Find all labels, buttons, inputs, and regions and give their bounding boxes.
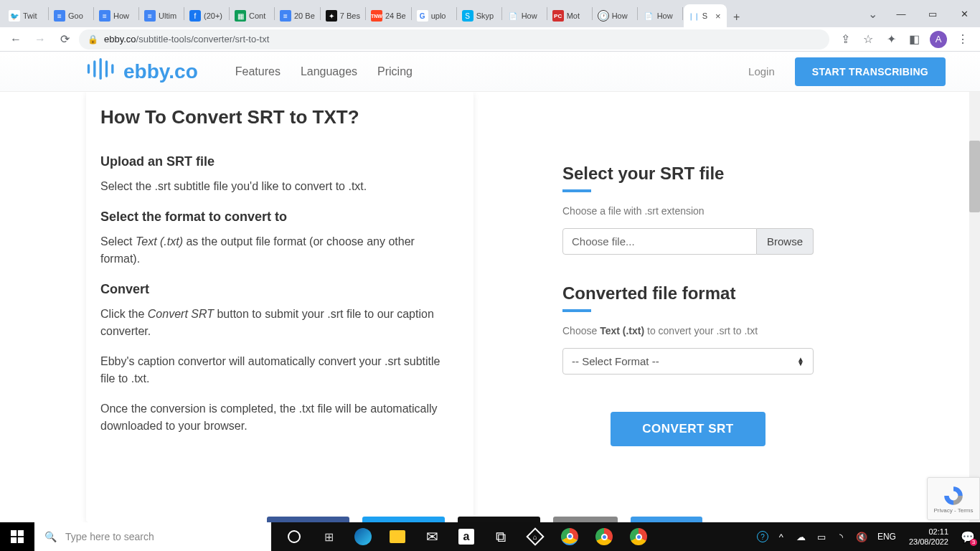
nav-pricing[interactable]: Pricing [377, 65, 413, 78]
browser-tab[interactable]: 📄How [503, 4, 546, 27]
url-input[interactable]: 🔒 ebby.co/subtitle-tools/converter/srt-t… [79, 29, 829, 50]
url-domain: ebby.co [104, 34, 136, 44]
browser-tab[interactable]: ✦7 Bes [321, 4, 364, 27]
twitter-icon: 🐦 [9, 10, 20, 22]
tray-notifications-icon[interactable]: 💬 [958, 522, 977, 551]
reload-button[interactable]: ⟳ [55, 29, 75, 50]
browser-tab[interactable]: ≡20 Be [275, 4, 319, 27]
browser-tab[interactable]: TNW24 Be [367, 4, 410, 27]
gdocs-icon: ≡ [144, 10, 156, 22]
start-transcribing-button[interactable]: START TRANSCRIBING [795, 57, 946, 86]
task-chrome-1[interactable] [552, 522, 587, 551]
format-select[interactable]: -- Select Format -- ▲▼ [562, 348, 814, 375]
tab-dropdown-icon[interactable]: ⌄ [859, 7, 885, 21]
browser-tab[interactable]: ≡Ultim [140, 4, 183, 27]
tray-volume-icon[interactable]: 🔇 [854, 529, 869, 544]
select-file-subtext: Choose a file with .srt extension [562, 205, 814, 217]
taskbar-search[interactable]: 🔍 Type here to search [34, 522, 271, 551]
converter-panel: Select your SRT file Choose a file with … [562, 92, 814, 522]
svg-rect-8 [18, 537, 24, 543]
sidepanel-icon[interactable]: ◧ [907, 32, 921, 47]
task-chrome-2[interactable] [587, 522, 621, 551]
tray-clock[interactable]: 02:11 23/08/2022 [905, 527, 953, 547]
browser-tab[interactable]: ▦Cont [230, 4, 273, 27]
share-email[interactable] [553, 517, 618, 522]
pcmag-icon: PC [552, 10, 564, 22]
gsheets-icon: ▦ [235, 10, 246, 22]
browser-tab[interactable]: SSkyp [458, 4, 501, 27]
browser-tab[interactable]: f(20+) [185, 4, 228, 27]
tray-language[interactable]: ENG [875, 532, 899, 542]
task-amazon[interactable]: a [449, 522, 484, 551]
browser-tab[interactable]: 📄How [639, 4, 682, 27]
clock-icon: 🕐 [598, 10, 609, 22]
task-edge[interactable] [346, 522, 380, 551]
nav-features[interactable]: Features [235, 65, 281, 78]
share-icon[interactable]: ⇪ [838, 32, 852, 47]
task-cortana[interactable] [277, 522, 311, 551]
tab-title: How [522, 11, 542, 20]
share-more[interactable] [631, 517, 702, 522]
tray-battery-icon[interactable]: ▭ [814, 529, 829, 544]
task-app[interactable]: ⌂ [518, 522, 552, 551]
browse-button[interactable]: Browse [757, 228, 814, 255]
windows-logo-icon [11, 530, 24, 543]
minimize-button[interactable]: — [885, 0, 917, 27]
forward-button[interactable]: → [30, 29, 50, 50]
tab-title: Mot [567, 11, 587, 20]
browser-tab[interactable]: PCMot [548, 4, 591, 27]
tab-title: S [702, 11, 711, 20]
tab-title: Cont [249, 11, 269, 20]
recaptcha-badge[interactable]: Privacy - Terms [927, 477, 980, 520]
step-1-heading: Upload an SRT file [100, 154, 453, 169]
tray-help-icon[interactable]: ? [757, 531, 768, 542]
new-tab-button[interactable]: + [727, 7, 747, 27]
search-placeholder: Type here to search [65, 531, 154, 542]
login-link[interactable]: Login [748, 65, 775, 77]
kebab-menu-icon[interactable]: ⋮ [956, 32, 970, 47]
task-view[interactable]: ⊞ [311, 522, 346, 551]
select-caret-icon: ▲▼ [797, 357, 804, 366]
browser-tab[interactable]: ❘❘S× [684, 4, 727, 27]
tab-title: 7 Bes [340, 11, 360, 20]
step-3-text-3: Once the conversion is completed, the .t… [100, 400, 453, 435]
tab-close-icon[interactable]: × [714, 11, 722, 22]
browser-tab[interactable]: 🐦Twit [4, 4, 47, 27]
heading-underline-2 [562, 309, 591, 312]
browser-tab[interactable]: Guplo [413, 4, 456, 27]
select-file-heading: Select your SRT file [562, 164, 814, 184]
share-facebook[interactable] [267, 517, 349, 522]
task-dropbox[interactable]: ⧉ [484, 522, 518, 551]
share-twitter[interactable] [362, 517, 445, 522]
step-2-heading: Select the format to convert to [100, 209, 453, 225]
task-explorer[interactable] [380, 522, 415, 551]
browser-tab[interactable]: 🕐How [593, 4, 636, 27]
bookmark-star-icon[interactable]: ☆ [861, 32, 875, 47]
share-x[interactable] [458, 517, 540, 522]
system-tray: ? ^ ☁ ▭ ◝ 🔇 ENG 02:11 23/08/2022 💬 [757, 522, 980, 551]
doc-icon: 📄 [507, 10, 519, 22]
doc-icon: 📄 [643, 10, 654, 22]
browser-tab[interactable]: ≡Goo [50, 4, 93, 27]
tnw-icon: TNW [371, 10, 382, 22]
convert-srt-button[interactable]: CONVERT SRT [611, 412, 765, 446]
site-logo[interactable]: ebby.co [86, 58, 198, 85]
task-chrome-3[interactable] [621, 522, 656, 551]
tray-wifi-icon[interactable]: ◝ [834, 529, 849, 544]
windows-taskbar: 🔍 Type here to search ⊞ ✉ a ⧉ ⌂ ? ^ ☁ ▭ … [0, 522, 980, 551]
maximize-button[interactable]: ▭ [917, 0, 948, 27]
profile-avatar[interactable]: A [930, 31, 947, 48]
tray-chevron-up-icon[interactable]: ^ [774, 529, 788, 544]
nav-languages[interactable]: Languages [301, 65, 357, 78]
back-button[interactable]: ← [6, 29, 26, 50]
close-window-button[interactable]: ✕ [948, 0, 980, 27]
tab-title: Twit [23, 11, 43, 20]
task-mail[interactable]: ✉ [415, 522, 449, 551]
tab-title: How [657, 11, 677, 20]
tab-title: 20 Be [294, 11, 315, 20]
file-input[interactable]: Choose file... [562, 228, 757, 255]
browser-tab[interactable]: ≡How [95, 4, 138, 27]
tray-onedrive-icon[interactable]: ☁ [794, 529, 809, 544]
start-button[interactable] [0, 522, 34, 551]
extensions-icon[interactable]: ✦ [884, 32, 898, 47]
